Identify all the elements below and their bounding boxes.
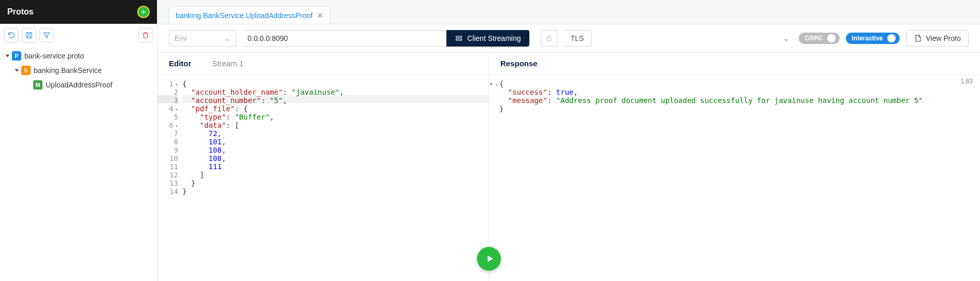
tab-strip: banking.BankService.UploadAddressProof ✕ [157, 0, 980, 24]
plus-icon [140, 9, 147, 15]
editor-pane: Editor Stream 1 1234567891011121314 { "a… [157, 53, 489, 281]
refresh-button[interactable] [4, 28, 19, 42]
action-bar: Env ⌄ Client Streaming TLS ⌄ GRPC Intera… [157, 24, 980, 53]
streaming-icon [455, 34, 463, 42]
tree-service-label: banking.BankService [34, 66, 102, 75]
sidebar-header: Protos [0, 0, 157, 24]
file-icon [914, 34, 922, 42]
method-badge-icon: M [33, 80, 42, 90]
panes: Editor Stream 1 1234567891011121314 { "a… [157, 53, 980, 281]
grpc-label: GRPC [805, 35, 823, 42]
view-proto-button[interactable]: View Proto [906, 30, 969, 47]
svg-rect-1 [456, 36, 462, 38]
svg-rect-3 [547, 38, 551, 41]
tree-method-label: UploadAddressProof [46, 81, 112, 89]
sidebar-title: Protos [7, 7, 34, 17]
request-editor[interactable]: 1234567891011121314 { "account_holder_na… [157, 75, 488, 281]
save-icon [25, 31, 33, 39]
tree-method[interactable]: M UploadAddressProof [4, 78, 153, 92]
stream-tab[interactable]: Stream 1 [212, 59, 243, 68]
filter-button[interactable] [39, 28, 54, 42]
toggle-knob-icon [887, 34, 896, 42]
main: banking.BankService.UploadAddressProof ✕… [157, 0, 980, 281]
interactive-label: Interactive [852, 35, 883, 42]
tls-label: TLS [571, 34, 584, 42]
method-type-button[interactable]: Client Streaming [446, 30, 529, 47]
interactive-toggle[interactable]: Interactive [846, 33, 900, 44]
caret-icon [15, 69, 19, 72]
filter-icon [42, 31, 51, 39]
trash-icon [141, 31, 150, 39]
response-viewer: ▾ { "success": true, "message": "Address… [489, 75, 980, 281]
lock-icon [545, 34, 553, 42]
svg-rect-2 [456, 39, 462, 40]
proto-badge-icon: P [12, 51, 21, 61]
proto-tree: P bank-service.proto S banking.BankServi… [0, 47, 157, 94]
service-badge-icon: S [21, 66, 31, 75]
tab-method[interactable]: banking.BankService.UploadAddressProof ✕ [169, 6, 330, 24]
sidebar: Protos P bank-service.proto S banking.Ba… [0, 0, 157, 281]
response-timing: 1.83 [961, 78, 973, 85]
env-select[interactable]: Env ⌄ [169, 30, 236, 47]
options-caret[interactable]: ⌄ [780, 34, 792, 42]
refresh-icon [7, 31, 16, 39]
caret-icon [6, 55, 10, 57]
editor-code[interactable]: { "account_holder_name": "javainuse", "a… [182, 79, 488, 281]
method-type-label: Client Streaming [467, 34, 521, 42]
sidebar-toolbar [0, 24, 157, 47]
tls-lock [541, 30, 557, 47]
add-proto-button[interactable] [137, 6, 150, 18]
view-proto-label: View Proto [926, 34, 961, 42]
response-title: Response [500, 59, 538, 68]
env-placeholder: Env [175, 34, 187, 42]
response-code: { "success": true, "message": "Address p… [499, 79, 980, 281]
editor-gutter: 1234567891011121314 [157, 79, 182, 281]
tree-proto-file[interactable]: P bank-service.proto [4, 49, 153, 63]
tab-label: banking.BankService.UploadAddressProof [176, 11, 313, 20]
save-button[interactable] [22, 28, 36, 42]
editor-tabs: Editor Stream 1 [157, 53, 488, 75]
toggle-knob-icon [827, 34, 835, 42]
tree-proto-label: bank-service.proto [24, 52, 84, 60]
svg-rect-0 [26, 33, 32, 38]
editor-tab[interactable]: Editor [169, 59, 191, 68]
play-icon [485, 254, 495, 263]
response-pane: Response 1.83 ▾ { "success": true, "mess… [489, 53, 980, 281]
tls-button[interactable]: TLS [564, 30, 592, 47]
send-request-button[interactable] [477, 247, 501, 271]
tree-service[interactable]: S banking.BankService [4, 63, 153, 78]
chevron-down-icon: ⌄ [224, 34, 230, 42]
tab-close-button[interactable]: ✕ [317, 11, 323, 20]
response-header: Response [489, 53, 980, 75]
delete-button[interactable] [138, 28, 153, 42]
address-input[interactable] [242, 30, 446, 47]
grpc-toggle[interactable]: GRPC [799, 33, 840, 44]
